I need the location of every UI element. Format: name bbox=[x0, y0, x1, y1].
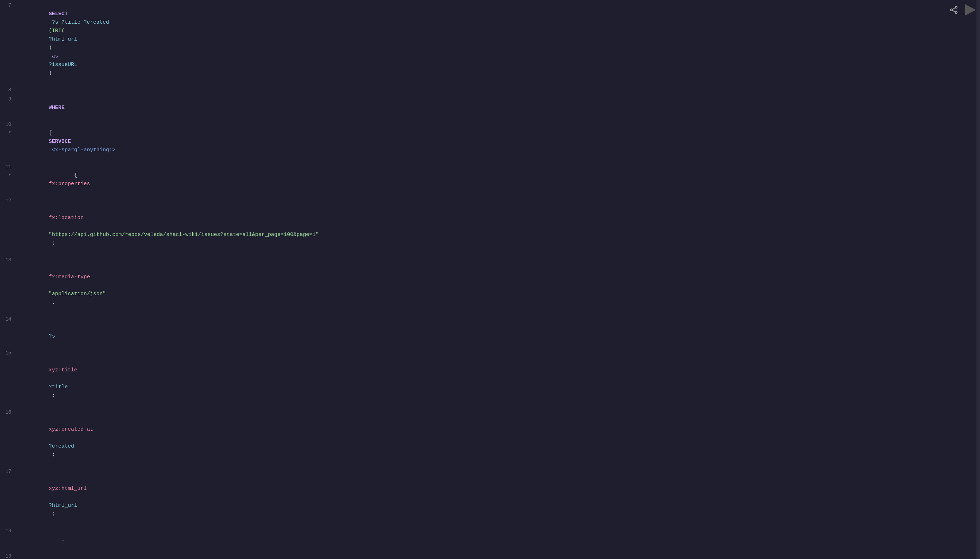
code-line-11: 11 ▾ { fx:properties bbox=[0, 163, 980, 197]
code-line-12: 12 fx:location "https://api.github.com/r… bbox=[0, 197, 980, 256]
code-lines: 7 SELECT ?s ?title ?created (IRI( ?html_… bbox=[0, 0, 980, 559]
code-line-19: 19 } bbox=[0, 552, 980, 559]
svg-point-2 bbox=[955, 12, 957, 13]
svg-line-4 bbox=[952, 10, 955, 12]
code-line-7: 7 SELECT ?s ?title ?created (IRI( ?html_… bbox=[0, 2, 980, 86]
code-line-17: 17 xyz:html_url ?html_url ; bbox=[0, 468, 980, 527]
svg-line-3 bbox=[952, 8, 955, 10]
share-icon[interactable] bbox=[947, 3, 960, 16]
code-line-16: 16 xyz:created_at ?created ; bbox=[0, 408, 980, 468]
code-editor: 7 SELECT ?s ?title ?created (IRI( ?html_… bbox=[0, 0, 980, 559]
svg-point-0 bbox=[955, 7, 957, 8]
code-line-10: 10 ▾ { SERVICE <x-sparql-anything:> bbox=[0, 121, 980, 163]
editor-scrollbar[interactable] bbox=[977, 0, 980, 559]
code-line-8: 8 bbox=[0, 86, 980, 95]
app-container: 7 SELECT ?s ?title ?created (IRI( ?html_… bbox=[0, 0, 980, 559]
code-line-13: 13 fx:media-type "application/json" . bbox=[0, 256, 980, 315]
svg-point-1 bbox=[951, 9, 952, 11]
code-line-18: 18 . bbox=[0, 527, 980, 552]
editor-toolbar bbox=[947, 3, 977, 17]
run-query-button[interactable] bbox=[963, 3, 977, 17]
code-line-14: 14 ?s bbox=[0, 315, 980, 349]
code-line-15: 15 xyz:title ?title ; bbox=[0, 349, 980, 408]
code-line-9: 9 WHERE bbox=[0, 95, 980, 121]
